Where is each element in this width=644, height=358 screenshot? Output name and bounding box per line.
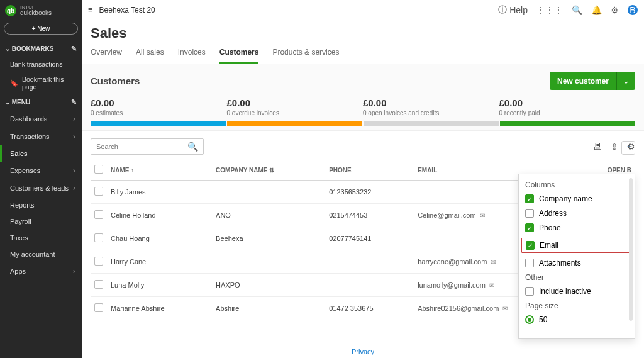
- column-option-attachments[interactable]: Attachments: [525, 259, 628, 267]
- print-icon[interactable]: 🖶: [593, 142, 602, 152]
- help-icon: ⓘ: [498, 4, 507, 16]
- tab-products-services[interactable]: Products & services: [272, 48, 339, 64]
- tab-customers[interactable]: Customers: [219, 48, 259, 64]
- cell-company: ANO: [212, 204, 325, 227]
- select-all-checkbox[interactable]: [94, 165, 103, 174]
- sidebar-item-reports[interactable]: Reports: [0, 197, 82, 213]
- cell-name: Celine Holland: [107, 204, 212, 227]
- search-icon[interactable]: 🔍: [187, 142, 198, 152]
- cell-phone: [325, 250, 414, 274]
- pencil-icon[interactable]: ✎: [71, 98, 77, 106]
- sidebar-item-expenses[interactable]: Expenses›: [0, 162, 82, 179]
- brand-text: INTUIT quickbooks: [20, 5, 52, 16]
- help-link[interactable]: ⓘHelp: [498, 4, 528, 16]
- email-icon: ✉: [502, 305, 508, 312]
- search-input[interactable]: [96, 143, 187, 150]
- row-checkbox[interactable]: [94, 187, 103, 196]
- stat-open-amount: £0.00: [363, 98, 499, 108]
- email-icon: ✉: [489, 282, 494, 289]
- tabs: Overview All sales Invoices Customers Pr…: [82, 44, 644, 64]
- radio-icon: [525, 315, 534, 324]
- column-option-company-name[interactable]: ✓Company name: [525, 194, 628, 203]
- stat-estimates-label: 0 estimates: [91, 109, 227, 116]
- bookmarks-header[interactable]: ⌄ BOOKMARKS ✎: [0, 41, 82, 57]
- sidebar-toggle-icon[interactable]: ≡: [88, 5, 93, 14]
- privacy-link[interactable]: Privacy: [352, 348, 374, 355]
- new-button[interactable]: + New: [4, 23, 78, 35]
- sort-icon: ⇅: [269, 167, 274, 174]
- apps-grid-icon[interactable]: ⋮⋮⋮: [536, 5, 563, 15]
- bookmark-this-page[interactable]: 🔖Bookmark this page: [0, 72, 82, 94]
- sidebar-item-taxes[interactable]: Taxes: [0, 230, 82, 246]
- sidebar-item-apps[interactable]: Apps›: [0, 262, 82, 280]
- bell-icon[interactable]: 🔔: [591, 5, 602, 15]
- chevron-down-icon: ⌄: [5, 99, 10, 106]
- col-phone[interactable]: PHONE: [325, 160, 414, 181]
- bar-open[interactable]: [364, 121, 499, 126]
- bookmarks-title: BOOKMARKS: [12, 45, 54, 52]
- cell-name: Marianne Abshire: [107, 297, 212, 320]
- bar-paid[interactable]: [500, 121, 635, 126]
- column-settings-panel: Columns ✓Company nameAddress✓Phone✓Email…: [518, 174, 635, 339]
- row-checkbox[interactable]: [94, 233, 103, 242]
- column-option-email[interactable]: ✓Email: [521, 238, 632, 253]
- sidebar-item-dashboards[interactable]: Dashboards›: [0, 110, 82, 128]
- checkbox-icon: ✓: [525, 223, 534, 232]
- pencil-icon[interactable]: ✎: [71, 45, 77, 53]
- search-box[interactable]: 🔍: [91, 138, 204, 155]
- email-icon: ✉: [491, 259, 496, 266]
- cell-phone: 02077745141: [325, 227, 414, 250]
- page-size-50[interactable]: 50: [525, 315, 628, 324]
- bookmark-bank-transactions[interactable]: Bank transactions: [0, 57, 82, 72]
- sidebar-item-transactions[interactable]: Transactions›: [0, 128, 82, 145]
- sidebar-item-payroll[interactable]: Payroll: [0, 213, 82, 230]
- left-sidebar: qb INTUIT quickbooks + New ⌄ BOOKMARKS ✎…: [0, 0, 82, 358]
- column-option-address[interactable]: Address: [525, 209, 628, 218]
- section-title: Customers: [91, 76, 140, 86]
- columns-heading: Columns: [525, 181, 628, 189]
- cell-name: Luna Molly: [107, 274, 212, 297]
- include-inactive-option[interactable]: Include inactive: [525, 287, 628, 296]
- sidebar-item-my-accountant[interactable]: My accountant: [0, 246, 82, 262]
- chevron-right-icon: ›: [73, 184, 75, 193]
- column-option-phone[interactable]: ✓Phone: [525, 223, 628, 232]
- bar-estimates[interactable]: [91, 121, 226, 126]
- tab-all-sales[interactable]: All sales: [136, 48, 164, 64]
- row-checkbox[interactable]: [94, 257, 103, 266]
- cell-company: HAXPO: [212, 274, 325, 297]
- cell-company: [212, 250, 325, 274]
- other-heading: Other: [525, 273, 628, 282]
- stat-estimates-amount: £0.00: [91, 98, 227, 108]
- new-customer-button[interactable]: New customer: [550, 72, 616, 90]
- menu-header[interactable]: ⌄ MENU ✎: [0, 94, 82, 110]
- col-company[interactable]: COMPANY NAME ⇅: [212, 160, 325, 181]
- row-checkbox[interactable]: [94, 210, 103, 219]
- col-name[interactable]: NAME ↑: [107, 160, 212, 181]
- new-customer-dropdown[interactable]: ⌄: [616, 72, 635, 90]
- checkbox-icon: [525, 209, 534, 218]
- checkbox-icon: [525, 259, 534, 267]
- export-icon[interactable]: ⇪: [611, 142, 618, 152]
- qb-logo-icon: qb: [5, 5, 16, 16]
- stat-paid-amount: £0.00: [499, 98, 636, 108]
- bar-overdue[interactable]: [227, 121, 362, 126]
- row-checkbox[interactable]: [94, 280, 103, 289]
- avatar[interactable]: B: [628, 5, 638, 15]
- sort-asc-icon: ↑: [131, 167, 134, 174]
- chevron-right-icon: ›: [73, 132, 75, 141]
- table-settings-icon[interactable]: ⚙: [627, 142, 635, 152]
- logo: qb INTUIT quickbooks: [0, 0, 82, 20]
- sidebar-item-sales[interactable]: Sales: [0, 145, 82, 162]
- chevron-down-icon: ⌄: [5, 45, 10, 52]
- sidebar-item-customers-leads[interactable]: Customers & leads›: [0, 179, 82, 197]
- checkbox-icon: [525, 287, 534, 296]
- tab-invoices[interactable]: Invoices: [178, 48, 206, 64]
- cell-phone: 01472 353675: [325, 297, 414, 320]
- gear-icon[interactable]: ⚙: [611, 5, 619, 15]
- tab-overview[interactable]: Overview: [91, 48, 122, 64]
- row-checkbox[interactable]: [94, 303, 103, 312]
- summary-section: Customers New customer ⌄ £0.000 estimate…: [82, 64, 644, 131]
- search-icon[interactable]: 🔍: [572, 5, 582, 15]
- stats-row: £0.000 estimates £0.000 overdue invoices…: [91, 98, 635, 116]
- top-icons: ⓘHelp ⋮⋮⋮ 🔍 🔔 ⚙ B: [498, 4, 638, 16]
